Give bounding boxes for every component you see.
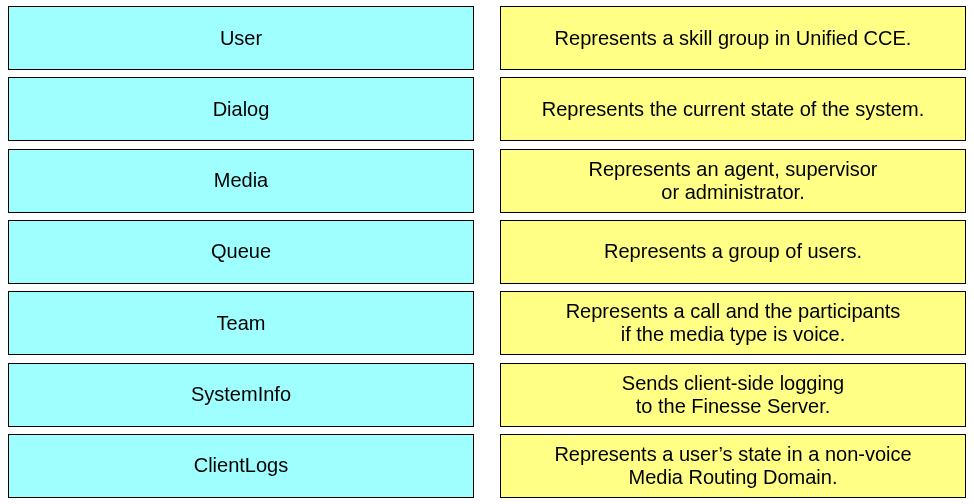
term-card-clientlogs[interactable]: ClientLogs xyxy=(8,434,474,498)
desc-card[interactable]: Represents a user’s state in a non-voice… xyxy=(500,434,966,498)
term-label: ClientLogs xyxy=(194,454,289,477)
term-card-user[interactable]: User xyxy=(8,6,474,70)
term-label: Queue xyxy=(211,240,271,263)
term-card-dialog[interactable]: Dialog xyxy=(8,77,474,141)
desc-card[interactable]: Represents the current state of the syst… xyxy=(500,77,966,141)
term-label: Media xyxy=(214,169,268,192)
term-card-systeminfo[interactable]: SystemInfo xyxy=(8,363,474,427)
pair-row: Queue Represents a group of users. xyxy=(8,220,966,284)
pair-row: ClientLogs Represents a user’s state in … xyxy=(8,434,966,498)
desc-card[interactable]: Represents an agent, supervisoror admini… xyxy=(500,149,966,213)
desc-card[interactable]: Represents a skill group in Unified CCE. xyxy=(500,6,966,70)
pair-row: User Represents a skill group in Unified… xyxy=(8,6,966,70)
pair-row: Dialog Represents the current state of t… xyxy=(8,77,966,141)
desc-label: Represents the current state of the syst… xyxy=(542,98,924,121)
desc-label: Represents a call and the participantsif… xyxy=(566,300,901,346)
desc-label: Represents a skill group in Unified CCE. xyxy=(555,27,912,50)
desc-card[interactable]: Represents a call and the participantsif… xyxy=(500,291,966,355)
desc-label: Sends client-side loggingto the Finesse … xyxy=(622,372,844,418)
desc-card[interactable]: Represents a group of users. xyxy=(500,220,966,284)
term-label: SystemInfo xyxy=(191,383,291,406)
desc-label: Represents a group of users. xyxy=(604,240,862,263)
pair-row: Media Represents an agent, supervisoror … xyxy=(8,149,966,213)
desc-card[interactable]: Sends client-side loggingto the Finesse … xyxy=(500,363,966,427)
term-card-media[interactable]: Media xyxy=(8,149,474,213)
term-label: User xyxy=(220,27,262,50)
term-label: Team xyxy=(217,312,266,335)
term-card-queue[interactable]: Queue xyxy=(8,220,474,284)
desc-label: Represents an agent, supervisoror admini… xyxy=(588,158,877,204)
pair-row: Team Represents a call and the participa… xyxy=(8,291,966,355)
term-card-team[interactable]: Team xyxy=(8,291,474,355)
term-label: Dialog xyxy=(213,98,270,121)
desc-label: Represents a user’s state in a non-voice… xyxy=(554,443,911,489)
matching-grid: User Represents a skill group in Unified… xyxy=(0,0,974,504)
pair-row: SystemInfo Sends client-side loggingto t… xyxy=(8,363,966,427)
